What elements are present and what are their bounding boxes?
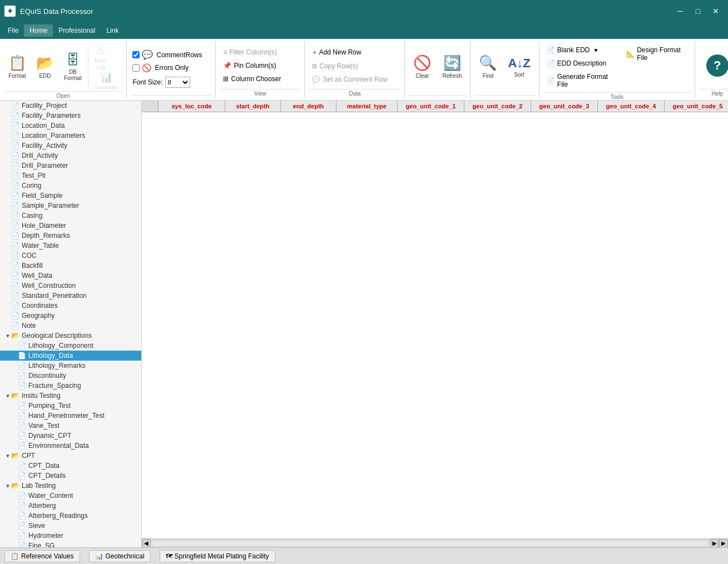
maximize-button[interactable]: □	[690, 5, 706, 17]
blank-edd-button[interactable]: 📄 Blank EDD ▼	[543, 44, 618, 56]
tree-item-label: Lithology_Data	[28, 352, 73, 360]
col-header-material_type[interactable]: material_type	[336, 101, 398, 112]
col-header-geo_unit_code_5[interactable]: geo_unit_code_5	[665, 101, 728, 112]
generate-format-button[interactable]: 📄 Generate Format File	[543, 71, 618, 90]
tree-item-environmental-data[interactable]: 📄Environmental_Data	[0, 441, 141, 451]
tree-item-water-table[interactable]: 📄Water_Table	[0, 241, 141, 251]
tree-item-location-data[interactable]: 📄Location_Data	[0, 121, 141, 131]
close-button[interactable]: ✕	[708, 5, 724, 17]
font-size-select[interactable]: 89101112	[165, 77, 190, 88]
error-log-button[interactable]: ⚠ Error Log	[90, 47, 112, 68]
tree-item-casing[interactable]: 📄Casing	[0, 211, 141, 221]
pin-columns-button[interactable]: 📌 Pin Column(s)	[219, 60, 301, 71]
tree-item-atterberg-readings[interactable]: 📄Atterberg_Readings	[0, 511, 141, 521]
tree-item-dynamic-cpt[interactable]: 📄Dynamic_CPT	[0, 431, 141, 441]
menu-professional[interactable]: Professional	[53, 24, 101, 37]
tree-item-water-content[interactable]: 📄Water_Content	[0, 491, 141, 501]
tree-item-backfill[interactable]: 📄Backfill	[0, 261, 141, 271]
h-scroll-left-button[interactable]: ◀	[142, 539, 151, 548]
tree-item-lithology-remarks[interactable]: 📄Lithology_Remarks	[0, 361, 141, 371]
doc-icon: 📄	[11, 252, 19, 259]
set-comment-button[interactable]: 💬 Set as Comment Row	[308, 74, 401, 85]
tree-item-lab-testing[interactable]: ▼📂Lab Testing	[0, 481, 141, 491]
tree-item-sample-parameter[interactable]: 📄Sample_Parameter	[0, 201, 141, 211]
tree-item-lithology-data[interactable]: 📄Lithology_Data	[0, 351, 141, 361]
status-tab-reference-values[interactable]: 📋 Reference Values	[4, 550, 80, 562]
h-scroll-right-button[interactable]: ▶	[710, 539, 719, 548]
edd-button[interactable]: 📂 EDD	[31, 44, 59, 89]
tree-item-cpt-data[interactable]: 📄CPT_Data	[0, 461, 141, 471]
tree-item-hand-penetrometer[interactable]: 📄Hand_Penetrometer_Test	[0, 411, 141, 421]
edd-description-button[interactable]: 📄 EDD Description	[543, 58, 618, 69]
tree-item-drill-parameter[interactable]: 📄Drill_Parameter	[0, 161, 141, 171]
tree-item-discontinuity[interactable]: 📄Discontinuity	[0, 371, 141, 381]
tree-item-insitu-testing[interactable]: ▼📂Insitu Testing	[0, 391, 141, 401]
tree-item-cpt-details[interactable]: 📄CPT_Details	[0, 471, 141, 481]
clear-button[interactable]: 🚫 Clear	[408, 44, 436, 89]
folder-icon: 📂	[11, 482, 19, 490]
col-header-start_depth[interactable]: start_depth	[225, 101, 281, 112]
doc-icon: 📄	[11, 112, 19, 119]
find-button[interactable]: 🔍 Find	[474, 44, 502, 89]
tree-item-hydrometer[interactable]: 📄Hydrometer	[0, 531, 141, 541]
add-new-row-button[interactable]: + Add New Row	[308, 46, 401, 58]
errors-only-checkbox[interactable]	[132, 64, 140, 72]
menu-home[interactable]: Home	[24, 24, 53, 37]
tree-item-vane-test[interactable]: 📄Vane_Test	[0, 421, 141, 431]
tree-item-label: Sample_Parameter	[22, 202, 79, 209]
summary-button[interactable]: 📊 Summary	[90, 70, 123, 91]
col-header-end_depth[interactable]: end_depth	[281, 101, 336, 112]
tree-item-facility-activity[interactable]: 📄Facility_Activity	[0, 141, 141, 151]
tree-item-geological-descriptions[interactable]: ▼📂Geological Descriptions	[0, 331, 141, 341]
tree-item-atterberg[interactable]: 📄Atterberg	[0, 501, 141, 511]
refresh-button[interactable]: 🔄 Refresh	[437, 44, 467, 89]
col-header-sys_loc_code[interactable]: sys_loc_code	[159, 101, 225, 112]
tree-item-coc[interactable]: 📄COC	[0, 251, 141, 261]
minimize-button[interactable]: ─	[672, 5, 688, 17]
col-header-geo_unit_code_2[interactable]: geo_unit_code_2	[464, 101, 531, 112]
tree-item-fracture-spacing[interactable]: 📄Fracture_Spacing	[0, 381, 141, 391]
menu-file[interactable]: File	[2, 24, 24, 37]
tree-item-facility-parameters[interactable]: 📄Facility_Parameters	[0, 111, 141, 121]
doc-icon: 📄	[18, 462, 26, 470]
format-button[interactable]: 📋 Format	[3, 44, 31, 89]
tree-item-well-construction[interactable]: 📄Well_Construction	[0, 281, 141, 291]
db-format-button[interactable]: 🗄 DB Format	[59, 44, 87, 89]
sidebar: 📄Facility_Project📄Facility_Parameters📄Lo…	[0, 101, 142, 547]
col-header-geo_unit_code_4[interactable]: geo_unit_code_4	[598, 101, 665, 112]
filter-icon: ≡	[223, 48, 227, 56]
tree-item-pumping-test[interactable]: 📄Pumping_Test	[0, 401, 141, 411]
h-scroll-track[interactable]	[152, 540, 709, 547]
tree-item-coordinates[interactable]: 📄Coordinates	[0, 301, 141, 311]
tree-item-well-data[interactable]: 📄Well_Data	[0, 271, 141, 281]
tree-item-facility-project[interactable]: 📄Facility_Project	[0, 101, 141, 111]
tree-item-field-sample[interactable]: 📄Field_Sample	[0, 191, 141, 201]
status-tab-location[interactable]: 🗺 Springfield Metal Plating Facility	[160, 550, 275, 562]
tree-item-lithology-component[interactable]: 📄Lithology_Component	[0, 341, 141, 351]
comment-rows-checkbox[interactable]	[132, 51, 140, 58]
col-header-geo_unit_code_3[interactable]: geo_unit_code_3	[531, 101, 598, 112]
tree-item-fine-sg[interactable]: 📄Fine_SG	[0, 541, 141, 547]
tree-item-standard-penetration[interactable]: 📄Standard_Penetration	[0, 291, 141, 301]
menu-link[interactable]: Link	[101, 24, 124, 37]
grid-body[interactable]	[142, 112, 728, 538]
tree-item-cpt[interactable]: ▼📂CPT	[0, 451, 141, 461]
tree-item-drill-activity[interactable]: 📄Drill_Activity	[0, 151, 141, 161]
v-scroll-right-button[interactable]: ▶	[719, 539, 728, 548]
col-header-geo_unit_code_1[interactable]: geo_unit_code_1	[398, 101, 464, 112]
tree-item-sieve[interactable]: 📄Sieve	[0, 521, 141, 531]
tree-item-coring[interactable]: 📄Coring	[0, 181, 141, 191]
status-tab-geotechnical[interactable]: 📊 Geotechnical	[89, 550, 151, 562]
column-chooser-button[interactable]: ⊞ Column Chooser	[219, 73, 301, 84]
tree-item-hole-diameter[interactable]: 📄Hole_Diameter	[0, 221, 141, 231]
tree-item-depth-remarks[interactable]: 📄Depth_Remarks	[0, 231, 141, 241]
tree-item-geography[interactable]: 📄Geography	[0, 311, 141, 321]
tree-item-location-parameters[interactable]: 📄Location_Parameters	[0, 131, 141, 141]
filter-columns-button[interactable]: ≡ Filter Column(s)	[219, 47, 301, 58]
design-format-button[interactable]: 📐 Design Format File	[622, 44, 691, 63]
tree-item-test-pit[interactable]: 📄Test_Pit	[0, 171, 141, 181]
tree-item-note[interactable]: 📄Note	[0, 321, 141, 331]
help-button[interactable]: ?	[706, 54, 728, 77]
copy-row-button[interactable]: ⧉ Copy Row(s)	[308, 61, 401, 72]
sort-button[interactable]: A↓Z Sort	[503, 44, 535, 89]
